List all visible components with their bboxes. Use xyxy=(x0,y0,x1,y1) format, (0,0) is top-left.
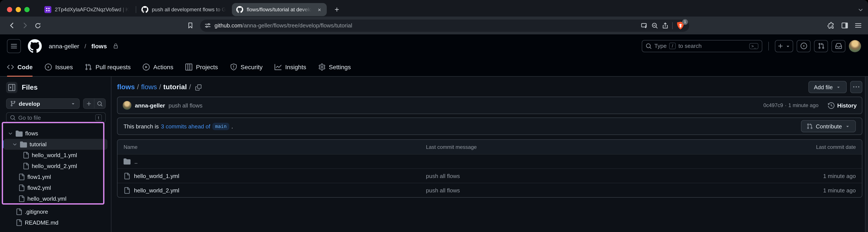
breadcrumb-current: tutorial xyxy=(163,83,187,91)
address-bar[interactable]: github.com/anna-geller/flows/tree/develo… xyxy=(200,19,689,32)
table-row-parent-dir[interactable]: .. xyxy=(118,154,862,169)
file-icon xyxy=(23,163,29,169)
tree-item-file[interactable]: flow1.yml xyxy=(3,172,107,182)
issues-button[interactable] xyxy=(797,40,811,52)
copy-path-icon[interactable] xyxy=(195,83,202,91)
file-tree-sidebar: Files develop Go to file t xyxy=(0,77,112,232)
base-branch-label[interactable]: main xyxy=(213,122,229,130)
tree-item-file[interactable]: .gitignore xyxy=(3,206,107,217)
close-window-button[interactable] xyxy=(7,7,12,12)
more-options-button[interactable] xyxy=(850,81,862,93)
chevron-down-icon[interactable] xyxy=(12,142,18,147)
repo-content-panel: flows / flows / tutorial / Add file xyxy=(112,77,868,232)
chevron-down-icon xyxy=(70,101,76,106)
file-name-link[interactable]: .. xyxy=(134,158,137,165)
column-last-commit-message: Last commit message xyxy=(426,144,816,150)
tab-divider xyxy=(136,6,136,13)
history-button[interactable]: History xyxy=(828,102,857,109)
create-new-button[interactable] xyxy=(775,40,793,52)
breadcrumb-dir-link[interactable]: flows xyxy=(141,83,157,91)
collapse-file-tree-button[interactable] xyxy=(6,82,18,93)
repo-owner-link[interactable]: anna-geller xyxy=(49,42,79,50)
tab-security[interactable]: Security xyxy=(227,57,266,76)
tree-item-file[interactable]: hello_world.yml xyxy=(3,193,107,204)
tab-search-chevron-icon[interactable] xyxy=(858,6,864,13)
tree-item-folder-selected[interactable]: tutorial xyxy=(3,139,107,150)
brave-shield-icon[interactable]: 1 xyxy=(676,21,685,30)
chevron-down-icon[interactable] xyxy=(8,131,13,136)
search-placeholder-prefix: Type xyxy=(654,42,666,49)
search-icon xyxy=(646,43,652,49)
new-tab-button[interactable]: + xyxy=(332,5,342,14)
file-name-link[interactable]: hello_world_2.yml xyxy=(134,187,179,194)
new-file-button[interactable] xyxy=(84,99,94,108)
reload-button[interactable] xyxy=(32,20,43,31)
github-logo-icon[interactable] xyxy=(28,39,42,53)
commit-message-link[interactable]: push all flows xyxy=(426,187,823,194)
tree-item-file[interactable]: README.md xyxy=(3,217,107,228)
page-scrollbar[interactable] xyxy=(865,77,868,232)
contribute-button[interactable]: Contribute xyxy=(801,120,856,132)
commit-message-link[interactable]: push all flows xyxy=(426,173,823,179)
commit-date: 1 minute ago xyxy=(823,187,856,194)
file-icon xyxy=(124,173,130,179)
file-name-link[interactable]: hello_world_1.yml xyxy=(134,173,179,179)
close-tab-icon[interactable]: × xyxy=(316,6,322,13)
tab-actions[interactable]: Actions xyxy=(140,57,177,76)
commit-sha[interactable]: 0c497c9 xyxy=(763,102,783,108)
send-to-device-icon[interactable] xyxy=(641,22,648,29)
go-to-file-input[interactable]: Go to file t xyxy=(6,112,106,123)
maximize-window-button[interactable] xyxy=(24,7,30,12)
commit-author-link[interactable]: anna-geller xyxy=(135,102,165,109)
zoom-out-icon[interactable] xyxy=(651,22,658,29)
t-key-hint: t xyxy=(95,114,102,121)
chevron-down-icon xyxy=(845,124,850,129)
tree-item-file[interactable]: hello_world_2.yml xyxy=(3,161,107,172)
folder-icon xyxy=(124,158,130,165)
pull-requests-button[interactable] xyxy=(814,40,828,52)
tree-item-file[interactable]: flow2.yml xyxy=(3,182,107,193)
global-nav-menu-button[interactable] xyxy=(7,39,21,53)
browser-tab-github-pr[interactable]: push all development flows to Git xyxy=(137,3,232,16)
add-file-button[interactable]: Add file xyxy=(808,81,847,93)
commit-author-avatar[interactable] xyxy=(123,101,131,110)
tab-pull-requests[interactable]: Pull requests xyxy=(82,57,134,76)
slash-key-hint: / xyxy=(669,42,676,49)
table-row[interactable]: hello_world_1.yml push all flows 1 minut… xyxy=(118,169,862,183)
inbox-button[interactable] xyxy=(832,40,845,52)
tree-item-file[interactable]: hello_world_1.yml xyxy=(3,150,107,161)
toolbar-right-cluster xyxy=(828,22,862,29)
extensions-puzzle-icon[interactable] xyxy=(828,22,835,29)
tab-insights[interactable]: Insights xyxy=(271,57,310,76)
table-row[interactable]: hello_world_2.yml push all flows 1 minut… xyxy=(118,183,862,197)
global-search-input[interactable]: Type / to search >_ xyxy=(642,40,762,52)
tab-settings[interactable]: Settings xyxy=(315,57,354,76)
browser-menu-icon[interactable] xyxy=(855,22,862,29)
commits-ahead-link[interactable]: 3 commits ahead of xyxy=(161,123,210,129)
user-avatar[interactable] xyxy=(849,40,861,52)
minimize-window-button[interactable] xyxy=(16,7,21,12)
forward-button[interactable] xyxy=(19,20,30,31)
tab-issues[interactable]: Issues xyxy=(41,57,76,76)
tab-code[interactable]: Code xyxy=(3,57,36,76)
browser-tab-kestra[interactable]: 2Tp4dXylaAFOxZNqzVo5wd | Kest xyxy=(40,3,135,16)
tree-item-folder[interactable]: flows xyxy=(3,128,107,139)
site-settings-icon[interactable] xyxy=(205,22,211,29)
inbox-icon xyxy=(835,42,842,49)
plus-icon xyxy=(777,43,784,49)
branch-selector[interactable]: develop xyxy=(6,98,80,109)
breadcrumb-repo-link[interactable]: flows xyxy=(117,83,135,91)
repo-name-link[interactable]: flows xyxy=(91,42,107,50)
issue-opened-icon xyxy=(800,42,807,49)
sidebar-toggle-icon[interactable] xyxy=(841,22,848,29)
bookmark-icon[interactable] xyxy=(184,20,196,31)
file-table: Name Last commit message Last commit dat… xyxy=(117,139,862,198)
share-icon[interactable] xyxy=(662,22,669,29)
back-button[interactable] xyxy=(6,20,18,31)
commit-message-link[interactable]: push all flows xyxy=(168,102,203,109)
browser-tab-active[interactable]: flows/flows/tutorial at develop × xyxy=(232,3,327,16)
file-icon xyxy=(18,184,25,191)
command-palette-icon[interactable]: >_ xyxy=(749,43,758,49)
tab-projects[interactable]: Projects xyxy=(182,57,221,76)
search-tree-button[interactable] xyxy=(94,99,105,108)
